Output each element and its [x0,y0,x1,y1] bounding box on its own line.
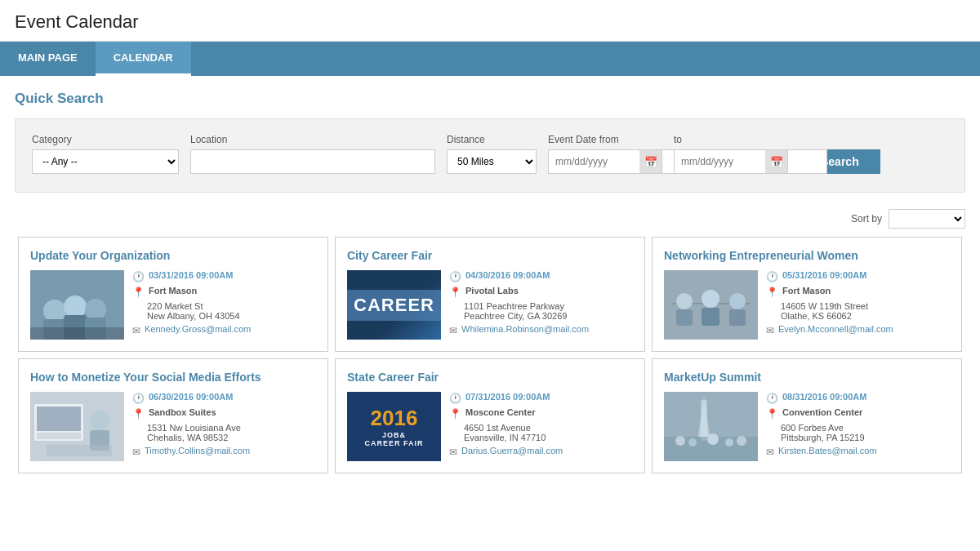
card-email: Darius.Guerra@mail.com [461,446,563,455]
card-content: CAREER 🕐 04/30/2016 09:00AM 📍 Pivotal La… [347,270,633,340]
card-address: 1101 Peachtree ParkwayPeachtree City, GA… [449,301,633,321]
page-title: Event Calendar [15,11,965,33]
svg-rect-11 [676,309,693,326]
distance-label: Distance [447,134,537,145]
quick-search-title: Quick Search [15,91,965,107]
category-label: Category [32,134,179,145]
event-card: Networking Entrepreneurial Women 🕐 05/ [652,237,962,352]
date-from-field-group: Event Date from 📅 [548,134,662,174]
card-email: Kennedy.Gross@mail.com [145,324,251,334]
date-to-input[interactable] [674,149,827,174]
card-date-row: 🕐 03/31/2016 09:00AM [132,270,316,282]
svg-rect-15 [729,309,746,326]
card-content: 🕐 05/31/2016 09:00AM 📍 Fort Mason 14605 … [664,270,950,340]
card-address: 4650 1st AvenueEvansville, IN 47710 [449,423,633,442]
card-email: Kirsten.Bates@mail.com [778,446,877,455]
sort-select[interactable]: Date Name Location [889,209,965,229]
card-email-row: ✉ Timothy.Collins@mail.com [132,446,316,458]
svg-point-27 [675,436,685,446]
card-image-meeting [664,270,758,340]
clock-icon: 🕐 [132,393,145,404]
date-from-calendar-icon[interactable]: 📅 [639,149,662,174]
card-title[interactable]: Update Your Organization [30,249,316,262]
date-to-label: to [674,134,788,145]
card-content: 🕐 06/30/2016 09:00AM 📍 Sandbox Suites 15… [30,392,316,461]
navigation: MAIN PAGE CALENDAR [0,42,980,76]
svg-point-3 [64,295,87,318]
card-title[interactable]: How to Monetize Your Social Media Effort… [30,371,316,384]
event-card: City Career Fair CAREER 🕐 04/30/2016 09:… [335,237,645,352]
pin-icon: 📍 [449,408,461,420]
date-to-calendar-icon[interactable]: 📅 [765,149,788,174]
card-content: 2016 JOB& CAREER FAIR 🕐 07/31/2016 09:00… [347,392,633,461]
clock-icon: 🕐 [766,271,778,282]
card-date-row: 🕐 05/31/2016 09:00AM [766,270,950,282]
nav-calendar[interactable]: CALENDAR [96,42,191,76]
email-icon: ✉ [132,325,140,336]
card-address: 14605 W 119th StreetOlathe, KS 66062 [766,301,950,321]
card-location-row: 📍 Fort Mason [766,286,950,298]
card-title[interactable]: MarketUp Summit [664,371,950,384]
pin-icon: 📍 [766,408,778,420]
card-location-row: 📍 Moscone Center [449,407,633,420]
clock-icon: 🕐 [449,393,461,404]
card-title[interactable]: State Career Fair [347,371,633,384]
date-from-label: Event Date from [548,134,662,145]
date-from-wrapper: 📅 [548,149,662,174]
nav-main-page[interactable]: MAIN PAGE [0,42,96,76]
card-location-row: 📍 Sandbox Suites [132,407,316,420]
event-card: MarketUp Summit 🕐 08/31/201 [652,358,962,473]
card-location-name: Pivotal Labs [466,286,519,295]
card-details: 🕐 04/30/2016 09:00AM 📍 Pivotal Labs 1101… [449,270,633,340]
card-email-row: ✉ Evelyn.Mcconnell@mail.com [766,324,950,336]
category-select[interactable]: -- Any -- Career Networking Social Media… [32,149,179,174]
card-date: 03/31/2016 09:00AM [149,270,233,280]
svg-point-29 [707,433,719,445]
pin-icon: 📍 [132,408,145,420]
card-date-row: 🕐 04/30/2016 09:00AM [449,270,633,282]
email-icon: ✉ [449,325,457,336]
card-email-row: ✉ Kirsten.Bates@mail.com [766,446,950,458]
svg-rect-13 [702,308,719,326]
card-email-row: ✉ Kennedy.Gross@mail.com [132,324,316,336]
svg-point-10 [676,293,693,309]
card-location-name: Fort Mason [149,286,197,295]
card-content: 🕐 08/31/2016 09:00AM 📍 Convention Center… [664,392,950,461]
card-address: 220 Market StNew Albany, OH 43054 [132,301,316,321]
event-card: Update Your Organization 🕐 03/31/2016 [18,237,328,352]
location-label: Location [190,134,435,145]
email-icon: ✉ [132,447,140,458]
card-details: 🕐 03/31/2016 09:00AM 📍 Fort Mason 220 Ma… [132,270,316,340]
cards-grid: Update Your Organization 🕐 03/31/2016 [0,233,980,491]
sort-bar: Sort by Date Name Location [0,201,980,233]
page-header: Event Calendar [0,0,980,42]
svg-point-5 [85,299,106,320]
svg-rect-22 [47,445,112,456]
card-image-social [30,392,124,461]
email-icon: ✉ [449,447,457,458]
card-email-row: ✉ Whilemina.Robinson@mail.com [449,324,633,336]
card-address: 1531 Nw Louisiana AveChehalis, WA 98532 [132,423,316,442]
card-image-career: CAREER [347,270,441,340]
card-date: 04/30/2016 09:00AM [466,270,550,280]
card-location-name: Fort Mason [782,286,831,295]
svg-point-1 [43,300,66,322]
card-details: 🕐 08/31/2016 09:00AM 📍 Convention Center… [766,392,950,461]
card-title[interactable]: City Career Fair [347,249,633,262]
svg-rect-18 [37,407,81,431]
card-title[interactable]: Networking Entrepreneurial Women [664,249,950,262]
location-input[interactable] [190,149,435,174]
clock-icon: 🕐 [132,271,145,282]
location-field-group: Location [190,134,435,174]
category-field-group: Category -- Any -- Career Networking Soc… [32,134,179,174]
card-email: Evelyn.Mcconnell@mail.com [778,324,893,334]
distance-select[interactable]: 10 Miles 25 Miles 50 Miles 100 Miles Any [447,149,537,174]
card-email-row: ✉ Darius.Guerra@mail.com [449,446,633,458]
distance-field-group: Distance 10 Miles 25 Miles 50 Miles 100 … [447,134,537,174]
card-location-name: Moscone Center [466,407,536,417]
card-date-row: 🕐 08/31/2016 09:00AM [766,392,950,404]
search-box: Category -- Any -- Career Networking Soc… [15,118,965,193]
card-content: 🕐 03/31/2016 09:00AM 📍 Fort Mason 220 Ma… [30,270,316,340]
clock-icon: 🕐 [766,393,778,404]
email-icon: ✉ [766,447,774,458]
